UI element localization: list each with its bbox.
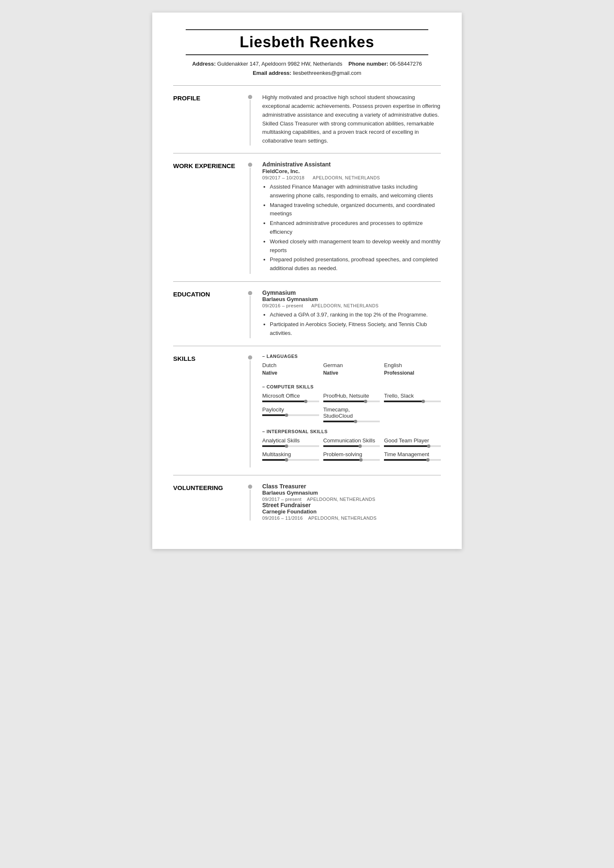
languages-grid: Dutch Native German Native English Profe… [262,362,441,378]
skill-name: Paylocity [262,406,319,413]
email-value: liesbethreenkes@gmail.com [293,70,361,76]
phone-label: Phone number: [348,61,388,67]
skill-item: ProofHub, Netsuite [323,393,380,402]
skill-name: Problem-solving [323,451,380,457]
email-label: Email address: [253,70,292,76]
skill-bar [323,401,380,402]
skill-name: ProofHub, Netsuite [323,393,380,399]
skill-bar [262,445,319,447]
skill-bar-fill [323,459,362,461]
timeline-dot [248,355,252,360]
skill-name: Trello, Slack [384,393,441,399]
vol-date: 09/2016 – 11/2016 [262,516,303,521]
interpersonal-skills-subsection: – INTERPERSONAL SKILLS Analytical Skills… [262,429,441,461]
skill-bar [262,459,319,461]
edu-school: Barlaeus Gymnasium [262,296,441,302]
job-meta: 09/2017 – 10/2018 APELDOORN, NETHERLANDS [262,175,441,180]
vol-title: Street Fundraiser [262,502,441,508]
work-experience-section: WORK EXPERIENCE Administrative Assistant… [173,153,441,282]
skill-bar-fill [384,445,430,447]
skill-item: Microsoft Office [262,393,319,402]
skill-level: Native [323,370,380,376]
skill-bar-fill [323,401,366,402]
skill-name: German [323,362,380,368]
skill-item: Trello, Slack [384,393,441,402]
volunteering-timeline [244,483,256,521]
computer-skills-subsection: – COMPUTER SKILLS Microsoft Office Proof… [262,384,441,422]
skill-bar-dot [358,444,362,448]
vol-meta: 09/2016 – 11/2016 APELDOORN, NETHERLANDS [262,516,441,521]
skill-bar-dot [427,444,430,448]
work-content: Administrative Assistant FieldCore, Inc.… [256,161,441,274]
skills-content: – LANGUAGES Dutch Native German Native E… [256,354,441,467]
interpersonal-skills-title: – INTERPERSONAL SKILLS [262,429,441,434]
resume-document: Liesbeth Reenkes Address: Guldenakker 14… [152,13,462,549]
address-label: Address: [192,61,215,67]
skill-bar-dot [285,414,288,417]
timeline-dot [248,163,252,167]
skill-item-time-management: Time Management [384,451,441,461]
skills-section: SKILLS – LANGUAGES Dutch Native German N… [173,346,441,475]
education-section: EDUCATION Gymnasium Barlaeus Gymnasium 0… [173,282,441,346]
vol-title: Class Treasurer [262,483,441,490]
computer-skills-grid: Microsoft Office ProofHub, Netsuite [262,393,441,422]
vol-date: 09/2017 – present [262,497,302,502]
skills-timeline [244,354,256,467]
skill-bar-dot [426,458,430,462]
vol-org: Carnegie Foundation [262,508,441,515]
skill-name: Communication Skills [323,437,380,444]
skill-item-multitasking: Multitasking [262,451,319,461]
edu-bullets: Achieved a GPA of 3.97, ranking in the t… [262,311,441,337]
timeline-dot [248,485,252,489]
timeline-line [250,100,251,146]
address-value: Guldenakker 147, Apeldoorn 9982 HW, Neth… [217,61,342,67]
timeline-dot [248,95,252,99]
skill-bar [323,421,380,422]
edu-date: 09/2016 – present [262,303,303,308]
vol-entry: Street Fundraiser Carnegie Foundation 09… [262,502,441,521]
skill-item-english: English Professional [384,362,441,378]
skill-bar-fill [384,401,424,402]
profile-text: Highly motivated and proactive high scho… [262,93,441,146]
languages-subsection: – LANGUAGES Dutch Native German Native E… [262,354,441,378]
timeline-line [250,490,251,521]
skill-name: Time Management [384,451,441,457]
work-timeline [244,161,256,274]
edu-degree: Gymnasium [262,289,441,296]
profile-timeline [244,93,256,146]
skill-bar [323,445,380,447]
contact-info: Address: Guldenakker 147, Apeldoorn 9982… [173,59,441,78]
bullet-item: Worked closely with management team to d… [270,237,441,255]
work-experience-label: WORK EXPERIENCE [173,161,244,274]
skill-item-dutch: Dutch Native [262,362,319,378]
timeline-dot [248,291,252,295]
profile-label: PROFILE [173,93,244,146]
profile-content: Highly motivated and proactive high scho… [256,93,441,146]
resume-header: Liesbeth Reenkes Address: Guldenakker 14… [173,29,441,78]
skill-item: Timecamp, StudioCloud [323,406,380,422]
computer-skills-title: – COMPUTER SKILLS [262,384,441,389]
skill-bar [262,401,319,402]
skill-item-german: German Native [323,362,380,378]
bullet-item: Participated in Aerobics Society, Fitnes… [270,320,441,338]
skill-name: Timecamp, StudioCloud [323,406,380,419]
education-label: EDUCATION [173,289,244,338]
job-location: APELDOORN, NETHERLANDS [313,175,380,180]
vol-entry: Class Treasurer Barlaeus Gymnasium 09/20… [262,483,441,502]
skill-bar-fill [323,421,356,422]
vol-org: Barlaeus Gymnasium [262,490,441,496]
skill-bar-dot [304,400,307,403]
skill-name: English [384,362,441,368]
profile-section: PROFILE Highly motivated and proactive h… [173,86,441,153]
skill-bar-fill [262,414,287,416]
skill-bar-fill [384,459,428,461]
skill-level: Native [262,370,319,376]
volunteering-label: VOLUNTEERING [173,483,244,521]
vol-location: APELDOORN, NETHERLANDS [307,497,376,502]
skill-item-team-player: Good Team Player [384,437,441,447]
bullet-item: Achieved a GPA of 3.97, ranking in the t… [270,311,441,319]
vol-location: APELDOORN, NETHERLANDS [308,516,377,521]
skill-name: Microsoft Office [262,393,319,399]
timeline-line [250,360,251,467]
timeline-line [250,296,251,338]
